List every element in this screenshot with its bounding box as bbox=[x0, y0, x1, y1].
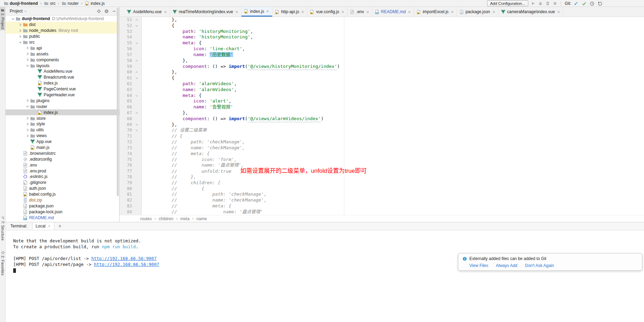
chevron-right-icon[interactable] bbox=[26, 134, 29, 138]
tab-close-icon[interactable] bbox=[492, 10, 496, 14]
tree-item[interactable]: utils bbox=[6, 127, 119, 133]
chevron-down-icon[interactable] bbox=[11, 17, 15, 21]
tree-scrollbar[interactable] bbox=[117, 8, 119, 196]
tab-close-icon[interactable] bbox=[164, 10, 167, 14]
code-line[interactable]: 55 meta: { bbox=[120, 40, 644, 46]
terminal-link[interactable]: http://192.168.66.56:9007 bbox=[91, 256, 157, 261]
terminal-link[interactable]: http://192.168.66.56:9007 bbox=[94, 262, 159, 267]
tree-item[interactable]: api bbox=[6, 45, 119, 51]
code-line[interactable]: 61 { bbox=[120, 75, 644, 81]
tree-item[interactable]: package-lock.json bbox=[6, 209, 119, 215]
code-line[interactable]: 54 name: 'historyMonitoring', bbox=[120, 34, 644, 40]
fold-marker-icon[interactable] bbox=[135, 42, 138, 45]
add-configuration-button[interactable]: Add Configuration... bbox=[487, 0, 529, 6]
tab-close-icon[interactable] bbox=[407, 10, 411, 14]
breadcrumb-item[interactable]: router bbox=[61, 1, 79, 6]
tree-item[interactable]: auth.json bbox=[6, 186, 119, 191]
fold-marker-icon[interactable] bbox=[135, 18, 138, 21]
tree-item[interactable]: layouts bbox=[6, 63, 119, 69]
tree-item[interactable]: dist bbox=[6, 22, 119, 28]
chevron-down-icon[interactable] bbox=[18, 41, 22, 44]
code-line[interactable]: 72 // path: 'checkManage', bbox=[120, 139, 644, 145]
code-line[interactable]: 81 // path: 'checkManage', bbox=[120, 191, 644, 197]
editor-tab[interactable]: importExcel.js bbox=[414, 7, 457, 17]
fold-marker-icon[interactable] bbox=[135, 24, 138, 27]
code-line[interactable]: 71 // { bbox=[120, 133, 644, 139]
tree-item[interactable]: plugins bbox=[6, 98, 119, 104]
tab-close-icon[interactable] bbox=[266, 9, 270, 13]
editor-tab[interactable]: index.js bbox=[241, 7, 273, 17]
code-line[interactable]: 82 // name: 'checkManage', bbox=[120, 197, 644, 203]
chevron-right-icon[interactable] bbox=[26, 128, 29, 132]
notification-action-link[interactable]: Don't Ask Again bbox=[525, 263, 554, 268]
editor-breadcrumb-item[interactable]: children bbox=[159, 216, 173, 221]
editor-tab[interactable]: cameraManage\index.vue bbox=[499, 7, 563, 17]
tree-item[interactable]: public bbox=[6, 34, 119, 39]
code-line[interactable]: 62 path: 'alarmVideos', bbox=[120, 81, 644, 87]
code-line[interactable]: 57 name: '历史数据' bbox=[120, 52, 644, 58]
editor-tab[interactable]: vue.config.js bbox=[307, 7, 347, 17]
chevron-right-icon[interactable] bbox=[26, 58, 29, 62]
breadcrumb-item[interactable]: src bbox=[43, 1, 56, 6]
tree-item[interactable]: .editorconfig bbox=[6, 156, 119, 162]
code-line[interactable]: 74 // meta: { bbox=[120, 151, 644, 157]
terminal-output[interactable]: Note that the development build is not o… bbox=[6, 230, 644, 322]
fold-marker-icon[interactable] bbox=[135, 129, 138, 132]
fold-marker-icon[interactable] bbox=[135, 71, 138, 74]
chevron-right-icon[interactable] bbox=[26, 52, 29, 56]
chevron-right-icon[interactable] bbox=[18, 29, 22, 33]
coverage-icon[interactable] bbox=[545, 1, 550, 6]
code-line[interactable]: 75 // icon: 'form', bbox=[120, 157, 644, 163]
code-line[interactable]: 80 // { bbox=[120, 186, 644, 192]
editor-tab[interactable]: .env bbox=[347, 7, 372, 17]
editor-tab[interactable]: realTimeMonitoring\index.vue bbox=[170, 7, 241, 17]
chevron-down-icon[interactable] bbox=[26, 64, 29, 68]
tree-item[interactable]: babel.config.js bbox=[6, 191, 119, 197]
code-line[interactable]: 69 }, bbox=[120, 122, 644, 128]
code-line[interactable]: 64 meta: { bbox=[120, 93, 644, 99]
chevron-down-icon[interactable] bbox=[26, 105, 29, 108]
code-line[interactable]: 59 component: () => import('@/views/hist… bbox=[120, 64, 644, 70]
editor-breadcrumb-item[interactable]: name bbox=[196, 216, 207, 221]
code-line[interactable]: 63 name: 'alarmVideos', bbox=[120, 87, 644, 93]
editor-tab[interactable]: package.json bbox=[457, 7, 499, 17]
chevron-right-icon[interactable] bbox=[26, 122, 29, 126]
tab-close-icon[interactable] bbox=[450, 10, 454, 14]
terminal-tab-local[interactable]: Local bbox=[32, 222, 55, 230]
code-line[interactable]: 73 // name: 'checkManage', bbox=[120, 145, 644, 151]
tree-item[interactable]: README.md bbox=[6, 215, 119, 221]
breadcrumb-item[interactable]: index.js bbox=[84, 1, 106, 6]
code-line[interactable]: 66 name: '告警视频' bbox=[120, 104, 644, 110]
locate-icon[interactable] bbox=[97, 9, 101, 14]
code-line[interactable]: 78 // }, bbox=[120, 174, 644, 180]
tree-item[interactable]: .browserslistrc bbox=[6, 150, 119, 156]
code-line[interactable]: 68 component: () => import('@/views/alar… bbox=[120, 116, 644, 122]
tree-item[interactable]: src bbox=[6, 39, 119, 45]
tree-item[interactable]: .eslintrc.js bbox=[6, 174, 119, 180]
tree-item[interactable]: views bbox=[6, 133, 119, 139]
code-line[interactable]: 65 icon: 'alert', bbox=[120, 98, 644, 104]
git-history-icon[interactable] bbox=[590, 1, 594, 6]
code-line[interactable]: 67 }, bbox=[120, 110, 644, 116]
tree-item[interactable]: node_moduleslibrary root bbox=[6, 28, 119, 34]
tree-item[interactable]: dist.zip bbox=[6, 197, 119, 203]
tree-item[interactable]: .env bbox=[6, 162, 119, 168]
notification-action-link[interactable]: Always Add bbox=[496, 263, 517, 268]
tree-item[interactable]: assets bbox=[6, 51, 119, 57]
run-icon[interactable] bbox=[531, 1, 536, 6]
code-line[interactable]: 51 }, bbox=[120, 17, 644, 23]
tree-item[interactable]: .gitignore bbox=[6, 180, 119, 186]
new-terminal-session-icon[interactable] bbox=[58, 224, 62, 228]
editor-breadcrumb-item[interactable]: meta bbox=[180, 216, 189, 221]
chevron-right-icon[interactable] bbox=[26, 46, 29, 50]
tree-item[interactable]: .env.prod bbox=[6, 168, 119, 174]
editor-tab[interactable]: AsideMenu.vue bbox=[124, 7, 170, 17]
code-line[interactable]: 83 // meta: { bbox=[120, 203, 644, 209]
code-line[interactable]: 77 // unfold:true如需设置展开的二级菜单，unfold设置为tr… bbox=[120, 168, 644, 174]
code-line[interactable]: 60 }, bbox=[120, 69, 644, 75]
tree-item[interactable]: index.js bbox=[6, 80, 119, 86]
toolwindow-favorites-button[interactable]: 2: Favorites bbox=[0, 249, 6, 277]
chevron-right-icon[interactable] bbox=[26, 116, 29, 120]
tree-item[interactable]: package.json bbox=[6, 203, 119, 209]
chevron-right-icon[interactable] bbox=[18, 23, 22, 27]
